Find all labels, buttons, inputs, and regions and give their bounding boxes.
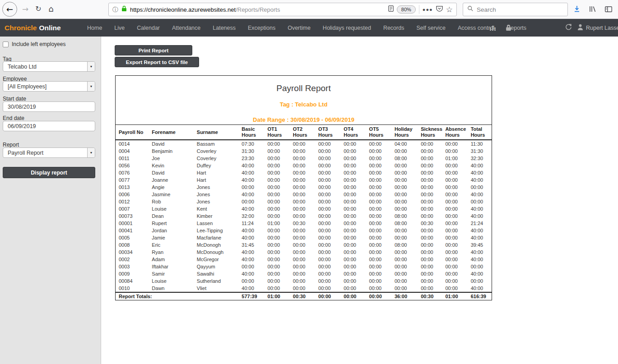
table-cell: Jones xyxy=(194,198,238,205)
table-row: 0014DavidBassam07:3000:0000:0000:0000:00… xyxy=(116,140,492,147)
table-cell: 00:00 xyxy=(366,270,391,277)
table-cell: 00:00 xyxy=(366,198,391,205)
url-bar[interactable]: ⓘ https://chronicleonline.azurewebsites.… xyxy=(108,3,457,16)
table-cell: 40:00 xyxy=(468,162,492,169)
table-cell: 00:00 xyxy=(290,205,315,212)
downloads-icon[interactable] xyxy=(574,5,580,13)
search-bar[interactable] xyxy=(463,3,568,16)
table-cell: Jasmine xyxy=(149,191,193,198)
table-row: 0002AdamMcGregor40:0000:0000:0000:0000:0… xyxy=(116,256,492,263)
chevron-down-icon[interactable]: ▼ xyxy=(87,82,95,91)
bookmark-star-icon[interactable]: ☆ xyxy=(446,6,453,14)
table-row: 0013AngieJones00:0000:0000:0000:0000:000… xyxy=(116,184,492,191)
table-cell: Hart xyxy=(194,176,238,184)
table-cell: 00:00 xyxy=(391,176,418,184)
print-report-button[interactable]: Print Report xyxy=(115,45,192,55)
nav-item-calendar[interactable]: Calendar xyxy=(137,25,160,31)
table-cell: 00:00 xyxy=(340,191,366,198)
site-info-icon[interactable]: ⓘ xyxy=(112,7,118,13)
back-button[interactable]: ← xyxy=(2,2,17,17)
export-csv-button[interactable]: Export Report to CSV file xyxy=(115,57,199,67)
table-cell: Sutherland xyxy=(194,277,238,285)
table-row: 0011JoeCoverley23:3000:0000:0000:0000:00… xyxy=(116,155,492,162)
table-cell: 00:00 xyxy=(340,162,366,169)
include-left-employees-checkbox[interactable] xyxy=(3,41,9,47)
table-cell: 0002 xyxy=(116,256,149,263)
pocket-icon[interactable] xyxy=(436,5,443,14)
table-cell: 39:45 xyxy=(468,241,492,249)
nav-item-records[interactable]: Records xyxy=(383,25,404,31)
table-cell: 00:00 xyxy=(315,227,340,234)
table-cell: 00:00 xyxy=(418,176,442,184)
report-select[interactable]: Payroll Report ▼ xyxy=(3,147,95,158)
table-cell: 40:00 xyxy=(238,191,264,198)
nav-item-holidays-requested[interactable]: Holidays requested xyxy=(323,25,371,31)
table-cell: 00:00 xyxy=(315,249,340,256)
table-cell: Lee-Tipping xyxy=(194,227,238,234)
tag-select[interactable]: Telcabo Ltd ▼ xyxy=(3,61,95,72)
sidebar-toggle-icon[interactable] xyxy=(605,6,612,12)
table-cell: 0008 xyxy=(116,241,149,249)
nav-item-lateness[interactable]: Lateness xyxy=(213,25,236,31)
nav-item-overtime[interactable]: Overtime xyxy=(288,25,311,31)
chevron-down-icon[interactable]: ▼ xyxy=(87,62,95,71)
table-cell: Louise xyxy=(149,277,193,285)
end-date-input[interactable]: 06/09/2019 xyxy=(3,121,95,131)
table-row: 0010DawnVliet40:0000:0000:0000:0000:0000… xyxy=(116,285,492,292)
nav-item-home[interactable]: Home xyxy=(87,25,102,31)
table-cell: 00:00 xyxy=(315,140,340,147)
table-row: 00034RyanMcDonough40:0000:0000:0000:0000… xyxy=(116,249,492,256)
table-cell: Macfarlane xyxy=(194,234,238,241)
employee-select[interactable]: [All Employees] ▼ xyxy=(3,81,95,92)
chevron-down-icon[interactable]: ▼ xyxy=(87,148,95,157)
nav-item-exceptions[interactable]: Exceptions xyxy=(248,25,275,31)
refresh-button[interactable]: ↻ xyxy=(33,4,43,14)
start-date-input[interactable]: 30/08/2019 xyxy=(3,101,95,112)
table-cell: 00001 xyxy=(116,220,149,227)
user-menu[interactable]: Rupert Lassen xyxy=(577,24,618,32)
table-cell: Benjamin xyxy=(149,147,193,155)
url-text: https://chronicleonline.azurewebsites.ne… xyxy=(130,6,385,13)
nav-item-access-control[interactable]: Access control xyxy=(458,25,494,31)
table-cell: 00:00 xyxy=(340,205,366,212)
totals-cell: 616:39 xyxy=(468,292,492,300)
lock-icon[interactable] xyxy=(506,24,511,33)
table-cell: 00:00 xyxy=(265,234,290,241)
table-cell: Coverley xyxy=(194,155,238,162)
table-cell: 00:00 xyxy=(340,263,366,270)
nav-item-live[interactable]: Live xyxy=(114,25,125,31)
nav-item-self-service[interactable]: Self service xyxy=(416,25,446,31)
table-cell: 00:00 xyxy=(418,162,442,169)
table-cell: Joe xyxy=(149,155,193,162)
brand-logo[interactable]: Chronicle Online xyxy=(5,19,61,37)
page-actions-icon[interactable]: ●●● xyxy=(423,7,433,12)
table-cell: 00:00 xyxy=(238,277,264,285)
table-cell: Kevin xyxy=(149,162,193,169)
nav-item-attendance[interactable]: Attendance xyxy=(172,25,200,31)
table-cell: 00:00 xyxy=(265,285,290,292)
logout-icon[interactable] xyxy=(565,23,572,32)
table-cell: 08:00 xyxy=(391,220,418,227)
table-header-row: Payroll NoForenameSurnameBasicHoursOT1Ho… xyxy=(116,125,492,140)
table-cell: 00:00 xyxy=(366,155,391,162)
forward-button[interactable]: → xyxy=(20,4,30,14)
display-report-button[interactable]: Display report xyxy=(3,167,95,178)
nav-menu: HomeLiveCalendarAttendanceLatenessExcept… xyxy=(87,19,526,37)
zoom-level-badge[interactable]: 80% xyxy=(397,5,416,14)
table-cell: 00:00 xyxy=(391,227,418,234)
home-button[interactable]: ⌂ xyxy=(46,4,56,14)
reader-mode-icon[interactable] xyxy=(388,5,394,14)
library-icon[interactable] xyxy=(589,6,596,12)
table-cell: 00:00 xyxy=(442,285,467,292)
table-cell: 32:30 xyxy=(468,155,492,162)
table-cell: 00:00 xyxy=(290,212,315,220)
table-cell: 00:00 xyxy=(238,263,264,270)
table-cell: 00:00 xyxy=(366,285,391,292)
table-cell: 00:00 xyxy=(366,147,391,155)
table-cell: 00:00 xyxy=(315,176,340,184)
search-input[interactable] xyxy=(477,6,563,13)
table-cell: 00:00 xyxy=(366,227,391,234)
table-cell: 00:00 xyxy=(418,198,442,205)
stats-icon[interactable] xyxy=(490,25,496,33)
table-cell: 04:00 xyxy=(391,140,418,147)
